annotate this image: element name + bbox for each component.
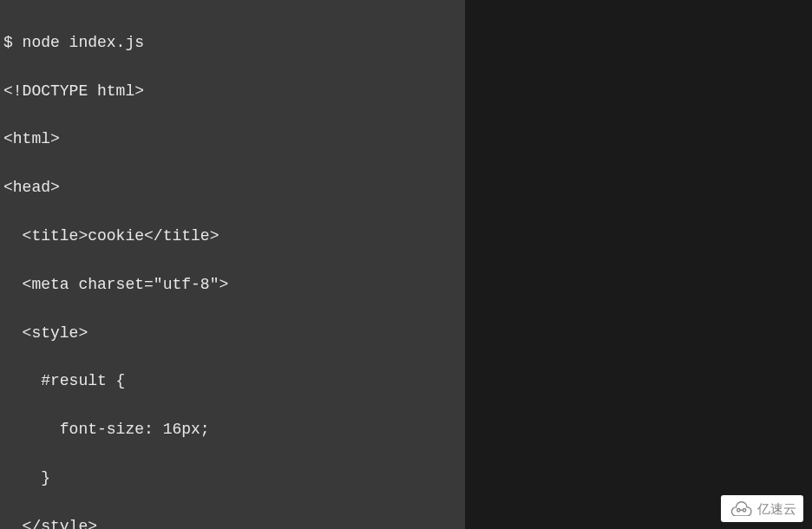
watermark-text: 亿速云 <box>757 499 796 519</box>
code-line: $ node index.js <box>3 31 809 56</box>
code-line: <meta charset="utf-8"> <box>3 273 809 297</box>
cloud-icon <box>728 500 752 516</box>
code-line: <head> <box>3 176 809 200</box>
code-line: </style> <box>3 515 809 529</box>
code-line: <!DOCTYPE html> <box>3 80 809 104</box>
code-line: <title>cookie</title> <box>3 225 809 249</box>
watermark: 亿速云 <box>721 495 803 522</box>
code-line: font-size: 16px; <box>3 418 809 442</box>
code-line: <html> <box>3 127 809 152</box>
svg-point-1 <box>743 509 745 512</box>
code-line: <style> <box>3 322 809 346</box>
svg-point-0 <box>737 509 740 512</box>
code-line: #result { <box>3 369 809 394</box>
code-line: } <box>3 467 809 491</box>
terminal-output: $ node index.js <!DOCTYPE html> <html> <… <box>0 0 812 529</box>
